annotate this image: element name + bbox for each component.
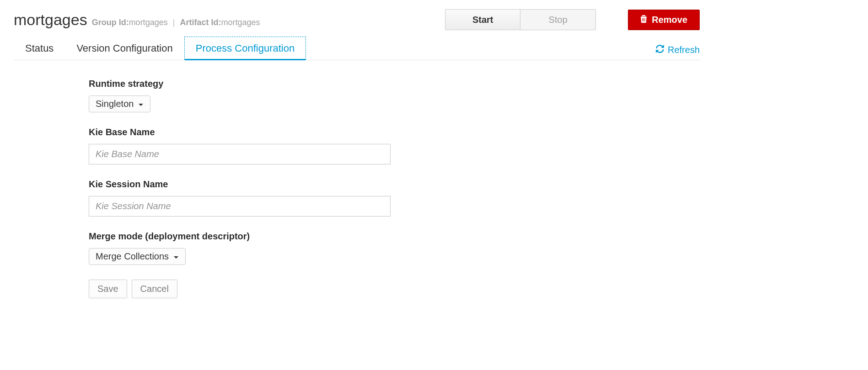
kie-session-label: Kie Session Name (89, 179, 407, 190)
form-button-row: Save Cancel (89, 280, 407, 298)
merge-mode-label: Merge mode (deployment descriptor) (89, 231, 407, 242)
process-configuration-form: Runtime strategy Singleton Kie Base Name… (14, 60, 407, 298)
tabs-row: Status Version Configuration Process Con… (14, 36, 700, 60)
action-buttons: Start Stop Remove (445, 9, 700, 30)
title-meta: Group Id:mortgages | Artifact Id:mortgag… (92, 18, 260, 27)
kie-session-input[interactable] (89, 196, 391, 217)
artifact-id-label: Artifact Id: (180, 18, 221, 27)
group-id-label: Group Id: (92, 18, 129, 27)
start-stop-group: Start Stop (445, 9, 596, 30)
chevron-down-icon (173, 251, 179, 262)
merge-mode-select[interactable]: Merge Collections (89, 248, 186, 265)
refresh-label: Refresh (668, 45, 700, 55)
tab-version-configuration[interactable]: Version Configuration (65, 37, 184, 60)
merge-mode-value: Merge Collections (96, 251, 169, 262)
remove-button-label: Remove (652, 15, 687, 25)
kie-base-group: Kie Base Name (89, 127, 407, 164)
remove-button[interactable]: Remove (628, 10, 700, 30)
merge-mode-group: Merge mode (deployment descriptor) Merge… (89, 231, 407, 265)
runtime-strategy-select[interactable]: Singleton (89, 95, 150, 112)
cancel-button[interactable]: Cancel (132, 280, 177, 298)
start-button[interactable]: Start (445, 9, 520, 30)
kie-base-input[interactable] (89, 144, 391, 164)
page-header: mortgages Group Id:mortgages | Artifact … (14, 9, 700, 30)
kie-session-group: Kie Session Name (89, 179, 407, 217)
stop-button[interactable]: Stop (520, 9, 596, 30)
runtime-strategy-label: Runtime strategy (89, 79, 407, 89)
meta-separator: | (173, 18, 175, 27)
refresh-link[interactable]: Refresh (656, 45, 700, 60)
group-id-value: mortgages (129, 18, 168, 27)
runtime-strategy-value: Singleton (96, 99, 134, 109)
trash-icon (640, 15, 647, 25)
tab-status[interactable]: Status (14, 37, 65, 60)
tabs: Status Version Configuration Process Con… (14, 37, 306, 60)
kie-base-label: Kie Base Name (89, 127, 407, 137)
tab-process-configuration[interactable]: Process Configuration (184, 37, 306, 60)
title-block: mortgages Group Id:mortgages | Artifact … (14, 11, 260, 29)
artifact-id-value: mortgages (221, 18, 260, 27)
page-title: mortgages (14, 11, 87, 29)
runtime-strategy-group: Runtime strategy Singleton (89, 79, 407, 112)
refresh-icon (656, 45, 664, 55)
save-button[interactable]: Save (89, 280, 127, 298)
chevron-down-icon (138, 99, 144, 109)
